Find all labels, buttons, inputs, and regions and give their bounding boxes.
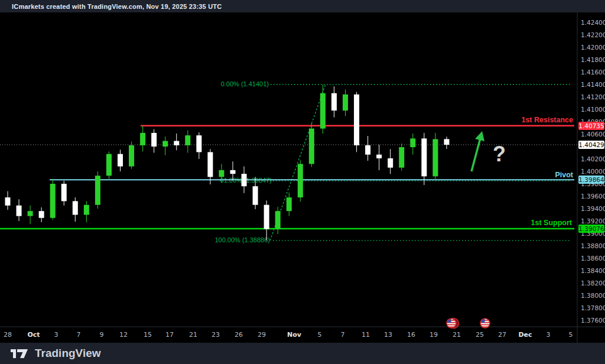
price-tick: 1.38000: [581, 292, 605, 299]
time-tick: 26: [235, 331, 243, 339]
tradingview-brand-text[interactable]: TradingView: [35, 347, 101, 360]
candle[interactable]: [129, 142, 134, 169]
candle[interactable]: [61, 181, 67, 206]
chart-attribution-bar: ICmarkets created with TradingView.com, …: [0, 0, 605, 12]
resistance-price-tag: 1.40735: [578, 122, 604, 130]
time-axis[interactable]: 28Oct37912151721232629Nov571113161921252…: [4, 331, 573, 339]
time-tick: 5: [569, 331, 573, 339]
candle[interactable]: [331, 86, 337, 118]
time-tick: 23: [212, 331, 220, 339]
candle[interactable]: [309, 123, 314, 167]
time-tick: 12: [119, 331, 128, 339]
time-tick: Dec: [518, 331, 532, 339]
candle[interactable]: [399, 144, 404, 171]
candle[interactable]: [376, 145, 382, 170]
question-mark-annotation[interactable]: ?: [493, 142, 506, 167]
price-tick: 1.37800: [581, 304, 605, 311]
time-tick: Oct: [27, 331, 40, 339]
candlestick-chart[interactable]: 1.424001.422001.420001.418001.416001.414…: [0, 0, 605, 364]
candle[interactable]: [39, 207, 44, 222]
time-tick: 19: [430, 331, 438, 339]
time-tick: 21: [189, 331, 197, 339]
price-tick: 1.38800: [581, 242, 605, 249]
time-tick: Nov: [287, 331, 302, 339]
price-tick: 1.39600: [581, 193, 605, 200]
candle[interactable]: [354, 92, 359, 152]
pivot-price-tag: 1.39864: [578, 176, 604, 184]
candle[interactable]: [17, 199, 22, 221]
price-tick: 1.41600: [581, 69, 605, 76]
up-arrow-annotation[interactable]: [471, 131, 484, 171]
candle[interactable]: [95, 171, 100, 209]
candle[interactable]: [230, 161, 236, 180]
candle[interactable]: [5, 191, 11, 210]
tradingview-logo-icon: [9, 344, 30, 362]
time-tick: 7: [341, 331, 345, 339]
candle[interactable]: [50, 179, 56, 220]
price-tick: 1.39200: [581, 217, 605, 225]
price-tick: 1.41200: [581, 93, 605, 100]
time-tick: 15: [144, 331, 152, 339]
time-tick: 29: [258, 331, 266, 339]
support-price-tag: 1.39076: [578, 225, 604, 233]
tradingview-chart-window: ICmarkets created with TradingView.com, …: [0, 0, 605, 364]
price-tick: 1.40600: [581, 131, 605, 138]
candle[interactable]: [421, 133, 427, 185]
candle[interactable]: [207, 149, 213, 184]
candle[interactable]: [73, 197, 78, 222]
price-tick: 1.41400: [581, 81, 605, 88]
candles[interactable]: [5, 84, 450, 240]
time-tick: 5: [318, 331, 322, 339]
time-tick: 3: [547, 331, 551, 339]
price-tick: 1.38400: [581, 267, 605, 274]
candle[interactable]: [106, 151, 112, 178]
price-tick: 1.40000: [581, 168, 605, 175]
candle[interactable]: [410, 134, 415, 155]
candle[interactable]: [196, 132, 201, 159]
price-axis[interactable]: 1.424001.422001.420001.418001.416001.414…: [581, 19, 605, 324]
price-tick: 1.42200: [581, 31, 605, 38]
candle[interactable]: [275, 207, 281, 234]
price-tick: 1.41800: [581, 56, 605, 63]
candle[interactable]: [365, 136, 370, 161]
time-tick: 11: [362, 331, 370, 339]
time-tick: 17: [165, 331, 174, 339]
price-tick: 1.42400: [581, 19, 605, 26]
price-tick: 1.39400: [581, 205, 605, 212]
candle[interactable]: [388, 149, 393, 174]
resistance-label[interactable]: 1st Resistance: [521, 116, 573, 124]
candle[interactable]: [242, 167, 247, 193]
candle[interactable]: [264, 200, 269, 240]
candle[interactable]: [287, 193, 292, 216]
pivot-label[interactable]: Pivot: [555, 171, 573, 179]
candle[interactable]: [140, 126, 145, 152]
candle[interactable]: [343, 89, 348, 116]
candle[interactable]: [174, 134, 179, 150]
candle[interactable]: [444, 136, 449, 149]
candle[interactable]: [84, 201, 89, 222]
current-price-tag: 1.40429: [578, 141, 604, 149]
price-tick: 1.40200: [581, 155, 605, 162]
candle[interactable]: [118, 150, 123, 171]
candle[interactable]: [185, 131, 190, 153]
us-flag-icon[interactable]: [447, 318, 459, 329]
time-tick: 13: [384, 331, 392, 339]
price-tick: 1.38200: [581, 280, 605, 287]
candle[interactable]: [253, 177, 258, 209]
candle[interactable]: [151, 129, 157, 153]
price-tick: 1.38600: [581, 255, 605, 262]
time-tick: 27: [498, 331, 506, 339]
time-tick: 7: [77, 331, 81, 339]
us-flag-icon[interactable]: [480, 318, 490, 328]
chart-attribution-text: ICmarkets created with TradingView.com, …: [12, 3, 222, 10]
candle[interactable]: [28, 206, 33, 225]
support-label[interactable]: 1st Support: [531, 219, 572, 227]
candle[interactable]: [162, 136, 168, 155]
candle[interactable]: [320, 84, 326, 134]
candle[interactable]: [298, 160, 303, 202]
candle[interactable]: [432, 133, 438, 181]
time-tick: 16: [407, 331, 415, 339]
tradingview-logo-link[interactable]: TradingView: [9, 344, 101, 362]
price-tick: 1.42000: [581, 44, 605, 51]
time-tick: 21: [453, 331, 461, 339]
